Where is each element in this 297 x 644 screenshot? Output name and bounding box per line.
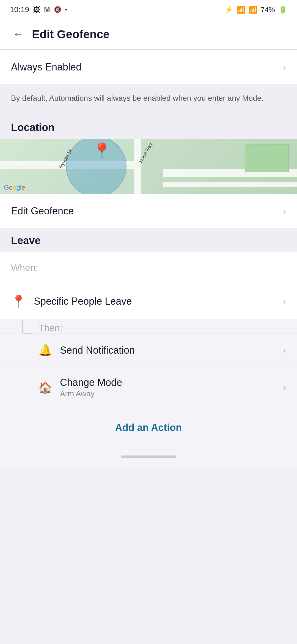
mute-icon: 🔇 xyxy=(54,6,61,13)
google-logo: Google xyxy=(4,184,25,191)
always-enabled-chevron: › xyxy=(283,62,286,72)
then-container: Then: 🔔 Send Notification › 🏠 Change Mod… xyxy=(0,320,297,450)
home-bar xyxy=(121,455,176,458)
action-row-send-notification[interactable]: 🔔 Send Notification › xyxy=(0,334,297,367)
edit-geofence-row[interactable]: Edit Geofence › xyxy=(0,194,297,228)
battery-icon: 🔋 xyxy=(278,6,287,14)
status-bar: 10:19 🖼 M 🔇 • ⚡ 📶 📶 74% 🔋 xyxy=(0,0,297,19)
when-label: When: xyxy=(11,262,38,273)
leave-label: Leave xyxy=(11,235,41,246)
always-enabled-label: Always Enabled xyxy=(11,61,81,73)
back-button[interactable]: ← xyxy=(10,25,26,43)
change-mode-subtitle: Arm Away xyxy=(60,389,122,398)
when-row: When: xyxy=(0,252,297,283)
dot-indicator: • xyxy=(65,7,67,13)
map-pin: 📍 xyxy=(92,142,112,161)
edit-geofence-label: Edit Geofence xyxy=(11,205,74,217)
action-text-group: Send Notification xyxy=(60,345,135,356)
page-title: Edit Geofence xyxy=(32,28,109,41)
change-mode-chevron: › xyxy=(283,383,286,393)
corner-line xyxy=(22,320,33,334)
status-right: ⚡ 📶 📶 74% 🔋 xyxy=(224,6,287,14)
bell-icon: 🔔 xyxy=(38,344,52,357)
top-bar: ← Edit Geofence xyxy=(0,19,297,50)
then-row: Then: xyxy=(0,320,297,334)
add-action-button[interactable]: Add an Action xyxy=(115,422,182,433)
action-row-change-mode[interactable]: 🏠 Change Mode Arm Away › xyxy=(0,367,297,408)
action-text-group-mode: Change Mode Arm Away xyxy=(60,377,122,398)
trigger-row[interactable]: 📍 Specific People Leave › xyxy=(0,283,297,320)
location-pin-icon: 📍 xyxy=(11,294,26,309)
send-notification-label: Send Notification xyxy=(60,345,135,356)
action-left: 🔔 Send Notification xyxy=(38,344,135,357)
photo-icon: 🖼 xyxy=(33,6,40,14)
send-notification-chevron: › xyxy=(283,345,286,355)
home-indicator xyxy=(0,450,297,466)
back-arrow-icon: ← xyxy=(13,28,24,40)
info-section: By default, Automations will always be e… xyxy=(0,85,297,114)
then-label: Then: xyxy=(33,323,62,333)
battery-display: 74% xyxy=(261,6,275,14)
change-mode-label: Change Mode xyxy=(60,377,122,388)
connector-wrap xyxy=(0,323,33,334)
info-text: By default, Automations will always be e… xyxy=(11,92,286,104)
trigger-label: Specific People Leave xyxy=(34,296,132,307)
edit-geofence-chevron: › xyxy=(283,206,286,216)
trigger-left: 📍 Specific People Leave xyxy=(11,294,132,309)
add-action-section[interactable]: Add an Action xyxy=(0,408,297,450)
trigger-chevron: › xyxy=(283,296,286,307)
leave-section-header: Leave xyxy=(0,228,297,252)
bluetooth-icon: ⚡ xyxy=(224,6,233,14)
location-label: Location xyxy=(11,122,54,133)
wifi-icon: 📶 xyxy=(237,6,245,14)
always-enabled-row[interactable]: Always Enabled › xyxy=(0,50,297,84)
status-left: 10:19 🖼 M 🔇 • xyxy=(10,5,67,14)
signal-icon: 📶 xyxy=(249,6,257,14)
time-display: 10:19 xyxy=(10,5,29,14)
location-section-header: Location xyxy=(0,114,297,139)
map-container[interactable]: 📍 Rysdal St Hoon Hay Google xyxy=(0,139,297,194)
mail-icon: M xyxy=(44,6,50,14)
action-left-change-mode: 🏠 Change Mode Arm Away xyxy=(38,377,122,398)
home-icon: 🏠 xyxy=(38,381,52,394)
